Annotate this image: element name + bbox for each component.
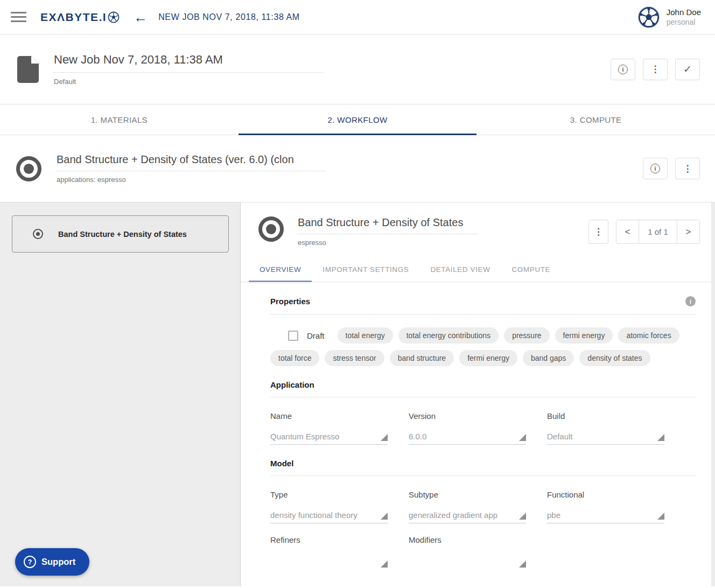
info-icon: i xyxy=(650,164,660,173)
application-heading: Application xyxy=(270,380,314,389)
model-fields: Type density functional theory Subtype g… xyxy=(270,490,696,523)
question-icon: ? xyxy=(24,556,36,568)
workflow-more-button[interactable]: ⋮ xyxy=(675,158,700,179)
dropdown-triangle-icon xyxy=(519,513,526,520)
field-label-subtype: Subtype xyxy=(409,490,526,499)
application-build-value: Default xyxy=(547,432,573,441)
tab-detailed-view[interactable]: DETAILED VIEW xyxy=(419,257,501,282)
model-subtype-value: generalized gradient app xyxy=(409,510,497,520)
dropdown-triangle-icon xyxy=(381,513,388,520)
user-scope: personal xyxy=(667,17,701,27)
property-tag[interactable]: total force xyxy=(270,350,319,366)
model-refiners-select[interactable] xyxy=(270,559,388,571)
subworkflow-detail-panel: Band Structure + Density of States espre… xyxy=(241,202,715,586)
application-version-value: 6.0.0 xyxy=(409,432,426,441)
subworkflow-title-input[interactable]: Band Structure + Density of States xyxy=(298,216,478,234)
subworkflow-icon xyxy=(258,216,284,242)
job-submit-button[interactable]: ✓ xyxy=(675,59,700,80)
check-icon: ✓ xyxy=(683,64,692,74)
model-heading: Model xyxy=(270,459,293,468)
subworkflow-subtitle: espresso xyxy=(298,239,478,247)
property-tag[interactable]: density of states xyxy=(579,350,650,366)
subworkflow-header: Band Structure + Density of States espre… xyxy=(241,202,715,247)
application-fields: Name Quantum Espresso Version 6.0.0 Buil… xyxy=(270,411,696,445)
step-materials[interactable]: 1. MATERIALS xyxy=(0,104,239,135)
model-type-select[interactable]: density functional theory xyxy=(270,510,388,523)
kebab-icon: ⋮ xyxy=(594,227,603,236)
property-tag[interactable]: pressure xyxy=(504,327,549,344)
model-functional-select[interactable]: pbe xyxy=(547,510,664,523)
draft-label: Draft xyxy=(307,331,325,340)
model-subtype-select[interactable]: generalized gradient app xyxy=(409,510,526,523)
dropdown-triangle-icon xyxy=(657,434,664,441)
divider xyxy=(270,314,696,314)
model-type-value: density functional theory xyxy=(270,510,358,520)
properties-info-icon[interactable]: i xyxy=(685,296,696,306)
menu-icon[interactable] xyxy=(11,12,26,22)
job-subtitle: Default xyxy=(54,78,323,86)
user-name: John Doe xyxy=(667,7,701,18)
field-label-name: Name xyxy=(270,411,388,421)
step-compute[interactable]: 3. COMPUTE xyxy=(476,104,715,135)
tab-overview[interactable]: OVERVIEW xyxy=(249,257,312,282)
avatar xyxy=(637,6,660,29)
divider xyxy=(270,397,696,397)
user-menu[interactable]: John Doe personal xyxy=(637,6,701,29)
dropdown-triangle-icon xyxy=(381,434,388,441)
dropdown-triangle-icon xyxy=(657,513,664,520)
tab-compute[interactable]: COMPUTE xyxy=(501,257,561,282)
workflow-title-input[interactable]: Band Structure + Density of States (ver.… xyxy=(57,153,326,171)
application-build-select[interactable]: Default xyxy=(547,432,664,445)
pager: < 1 of 1 > xyxy=(616,220,700,244)
property-tag[interactable]: band gaps xyxy=(523,350,574,366)
field-label-modifiers: Modifiers xyxy=(409,535,526,544)
job-title-input[interactable]: New Job Nov 7, 2018, 11:38 AM xyxy=(54,53,323,73)
support-label: Support xyxy=(41,557,75,567)
field-label-functional: Functional xyxy=(547,490,664,499)
property-tag[interactable]: fermi energy xyxy=(555,327,613,344)
workflow-subtitle: applications: espresso xyxy=(57,176,326,184)
info-icon: i xyxy=(618,65,628,74)
wizard-steps: 1. MATERIALS 2. WORKFLOW 3. COMPUTE xyxy=(0,104,715,135)
subworkflow-list-item[interactable]: Band Structure + Density of States xyxy=(12,215,229,253)
overview-content: Properties i Draft total energy total en… xyxy=(241,296,715,571)
model-fields-row2: Refiners Modifiers xyxy=(270,535,696,571)
property-tag[interactable]: total energy contributions xyxy=(398,327,499,344)
model-modifiers-select[interactable] xyxy=(409,559,526,571)
subworkflow-more-button[interactable]: ⋮ xyxy=(588,220,608,244)
workflow-info-button[interactable]: i xyxy=(643,158,668,179)
pager-next-button[interactable]: > xyxy=(677,220,699,243)
document-icon xyxy=(17,56,39,83)
tab-important-settings[interactable]: IMPORTANT SETTINGS xyxy=(312,257,419,282)
back-arrow-icon[interactable]: ← xyxy=(134,10,148,24)
property-tag[interactable]: fermi energy xyxy=(459,350,517,366)
field-label-refiners: Refiners xyxy=(270,535,388,544)
property-tag[interactable]: total energy xyxy=(338,327,393,344)
property-tag[interactable]: stress tensor xyxy=(325,350,384,366)
properties-heading: Properties xyxy=(270,297,310,306)
support-button[interactable]: ? Support xyxy=(15,548,89,576)
exabyte-logo[interactable]: EXΛBYTE.I xyxy=(40,11,120,24)
nav-title: NEW JOB NOV 7, 2018, 11:38 AM xyxy=(158,12,300,22)
property-tag[interactable]: atomic forces xyxy=(618,327,679,344)
divider xyxy=(270,475,696,476)
dropdown-triangle-icon xyxy=(519,434,526,441)
dropdown-triangle-icon xyxy=(381,561,388,568)
subworkflow-list-panel: Band Structure + Density of States ? Sup… xyxy=(0,202,241,586)
job-more-button[interactable]: ⋮ xyxy=(643,59,668,80)
subworkflow-item-icon xyxy=(33,229,43,239)
step-workflow[interactable]: 2. WORKFLOW xyxy=(239,104,477,135)
application-version-select[interactable]: 6.0.0 xyxy=(409,432,526,445)
application-name-select[interactable]: Quantum Espresso xyxy=(270,432,388,445)
pager-prev-button[interactable]: < xyxy=(616,220,639,243)
workflow-body: Band Structure + Density of States ? Sup… xyxy=(0,202,715,586)
subworkflow-tabs: OVERVIEW IMPORTANT SETTINGS DETAILED VIE… xyxy=(241,257,715,282)
workflow-header: Band Structure + Density of States (ver.… xyxy=(0,135,715,202)
pager-status: 1 of 1 xyxy=(639,220,677,243)
field-label-type: Type xyxy=(270,490,388,499)
job-header: New Job Nov 7, 2018, 11:38 AM Default i … xyxy=(0,34,715,104)
property-tag[interactable]: band structure xyxy=(390,350,454,366)
draft-checkbox[interactable] xyxy=(288,331,298,341)
dropdown-triangle-icon xyxy=(519,561,526,568)
job-info-button[interactable]: i xyxy=(611,59,635,80)
